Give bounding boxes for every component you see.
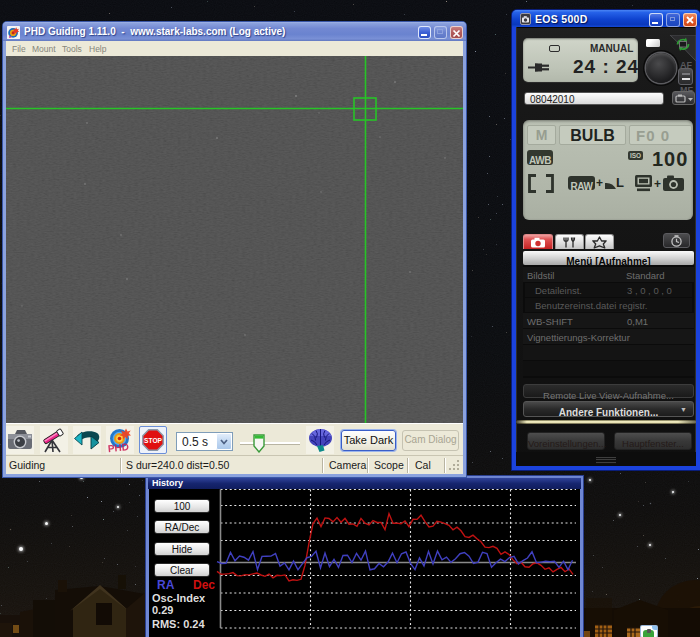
svg-text:PHD: PHD [107, 441, 129, 454]
svg-text:+: + [654, 177, 661, 191]
svg-text:STOP: STOP [144, 437, 162, 444]
